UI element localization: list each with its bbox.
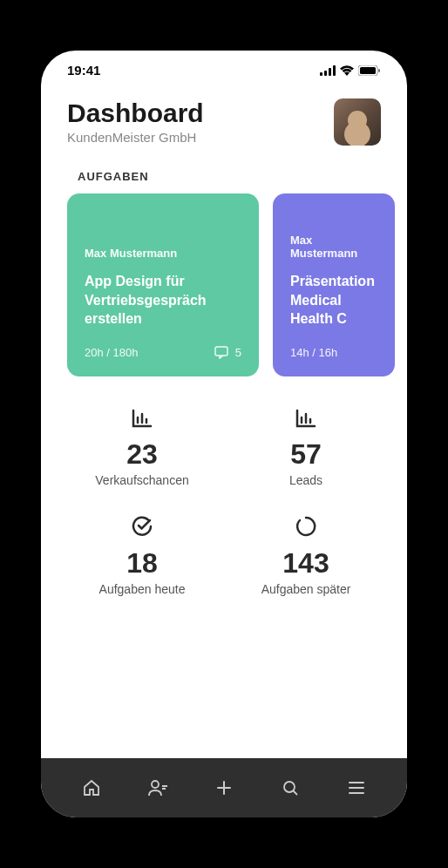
- svg-rect-3: [333, 65, 336, 76]
- card-person: Max Mustermann: [290, 234, 377, 260]
- svg-point-9: [284, 782, 295, 792]
- task-card[interactable]: Max Mustermann Präsentation Medical Heal…: [273, 193, 395, 376]
- stat-label: Leads: [289, 473, 322, 487]
- stat-aufgaben-spaeter[interactable]: 143 Aufgaben später: [231, 515, 381, 596]
- card-person: Max Mustermann: [85, 247, 241, 260]
- stat-value: 23: [126, 439, 158, 470]
- avatar[interactable]: [334, 98, 381, 146]
- bar-chart-icon: [131, 408, 153, 432]
- nav-user[interactable]: [140, 770, 175, 805]
- stat-label: Aufgaben heute: [99, 582, 186, 596]
- nav-search[interactable]: [273, 770, 308, 805]
- signal-icon: [320, 65, 336, 76]
- menu-icon: [348, 781, 365, 795]
- card-title: App Design für Vertriebsgespräch erstell…: [85, 272, 241, 329]
- task-card[interactable]: Max Mustermann App Design für Vertriebsg…: [67, 193, 259, 376]
- task-cards[interactable]: Max Mustermann App Design für Vertriebsg…: [67, 193, 381, 376]
- stat-value: 57: [290, 439, 322, 470]
- nav-menu[interactable]: [339, 770, 374, 805]
- phone-frame: 19:41 Dashboard KundenMeister GmbH AUFGA…: [41, 51, 407, 817]
- progress-circle-icon: [295, 515, 317, 541]
- status-indicators: [320, 65, 381, 76]
- stat-verkaufschancen[interactable]: 23 Verkaufschancen: [67, 408, 217, 487]
- svg-point-8: [152, 781, 159, 788]
- header: Dashboard KundenMeister GmbH: [67, 98, 381, 146]
- home-icon: [82, 778, 101, 797]
- bar-chart-icon: [295, 408, 317, 432]
- card-comments[interactable]: 5: [214, 346, 241, 359]
- card-title: Präsentation Medical Health C: [290, 272, 377, 329]
- status-bar: 19:41: [41, 51, 407, 81]
- stat-label: Verkaufschancen: [95, 473, 188, 487]
- svg-rect-6: [378, 69, 380, 72]
- svg-rect-2: [329, 68, 331, 76]
- comment-icon: [214, 346, 228, 359]
- content: Dashboard KundenMeister GmbH AUFGABEN Ma…: [41, 81, 407, 758]
- card-footer: 20h / 180h 5: [85, 346, 241, 359]
- svg-rect-0: [320, 72, 322, 76]
- nav-add[interactable]: [207, 770, 241, 805]
- card-time: 14h / 16h: [290, 346, 337, 359]
- stat-aufgaben-heute[interactable]: 18 Aufgaben heute: [67, 515, 217, 596]
- stat-value: 143: [282, 548, 329, 579]
- section-label: AUFGABEN: [78, 170, 381, 183]
- stat-label: Aufgaben später: [261, 582, 351, 596]
- svg-rect-7: [215, 347, 227, 356]
- battery-icon: [358, 65, 381, 76]
- header-text: Dashboard KundenMeister GmbH: [67, 98, 204, 145]
- status-time: 19:41: [67, 63, 100, 78]
- nav-home[interactable]: [74, 770, 109, 805]
- card-footer: 14h / 16h: [290, 346, 377, 359]
- stat-value: 18: [126, 548, 158, 579]
- svg-rect-1: [324, 71, 327, 76]
- bottom-nav: [41, 758, 407, 817]
- stats-grid: 23 Verkaufschancen 57 Leads 18 Aufgaben …: [67, 401, 381, 603]
- check-circle-icon: [131, 515, 153, 541]
- page-subtitle: KundenMeister GmbH: [67, 130, 204, 145]
- stat-leads[interactable]: 57 Leads: [231, 408, 381, 487]
- search-icon: [281, 778, 300, 797]
- page-title: Dashboard: [67, 98, 204, 128]
- card-time: 20h / 180h: [85, 346, 138, 359]
- plus-icon: [214, 778, 234, 797]
- wifi-icon: [340, 65, 354, 76]
- user-remove-icon: [147, 778, 168, 797]
- svg-rect-5: [360, 67, 376, 74]
- comment-count: 5: [235, 346, 241, 359]
